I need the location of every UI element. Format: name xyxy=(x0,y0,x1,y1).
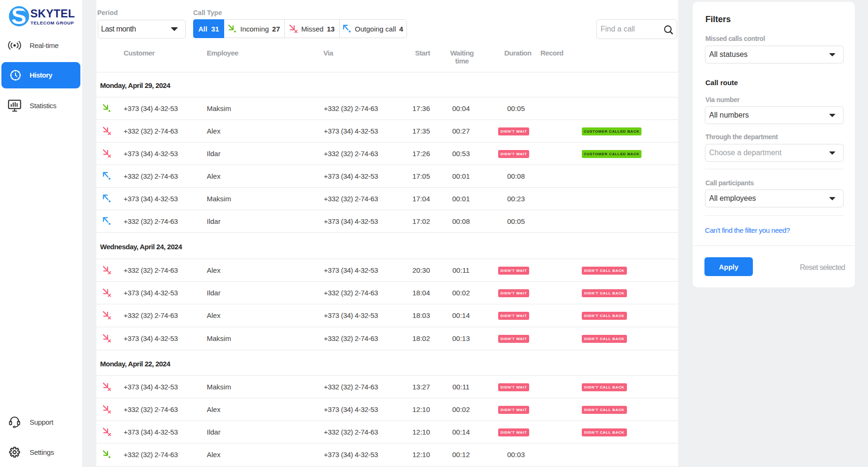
svg-text:SKYTEL: SKYTEL xyxy=(31,8,75,20)
svg-text:S: S xyxy=(11,6,26,28)
svg-text:TELECOM GROUP: TELECOM GROUP xyxy=(31,20,74,25)
